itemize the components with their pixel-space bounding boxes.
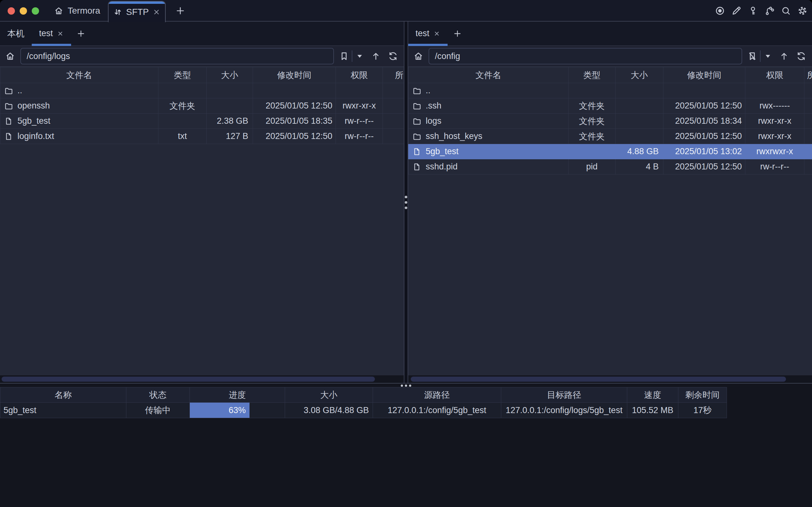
right-col-filename[interactable]: 文件名 [409, 67, 569, 83]
left-col-size[interactable]: 大小 [207, 67, 253, 83]
right-col-owner[interactable]: 所 [804, 67, 812, 83]
left-tab-test-close-icon[interactable] [57, 30, 64, 37]
file-name: 5gb_test [426, 147, 459, 156]
right-pane-tabs: test [408, 21, 812, 46]
transfer-col-source[interactable]: 源路径 [373, 387, 501, 403]
left-hscrollbar-track[interactable] [0, 375, 404, 383]
right-parent-dir-icon[interactable] [777, 49, 791, 63]
file-icon [4, 132, 13, 141]
table-row[interactable]: 5gb_test 2.38 GB 2025/01/05 18:35 rw-r--… [0, 114, 404, 129]
table-row[interactable]: .. [0, 83, 404, 98]
close-window-button[interactable] [8, 7, 15, 15]
right-bookmark-separator [760, 50, 761, 62]
left-bookmark-icon[interactable] [337, 49, 351, 63]
right-col-size[interactable]: 大小 [615, 67, 663, 83]
file-name: sshd.pid [426, 162, 458, 172]
file-name: 5gb_test [17, 116, 50, 126]
table-row[interactable]: .. [409, 83, 812, 98]
branch-icon[interactable] [764, 6, 774, 16]
left-path-actions [337, 49, 400, 63]
left-col-type[interactable]: 类型 [158, 67, 207, 83]
table-row[interactable]: sshd.pid pid 4 B 2025/01/05 12:50 rw-r--… [409, 159, 812, 174]
left-hscrollbar-thumb[interactable] [2, 377, 375, 382]
right-new-tab-button[interactable] [447, 21, 467, 45]
transfer-col-target[interactable]: 目标路径 [501, 387, 627, 403]
right-home-icon[interactable] [412, 49, 425, 63]
table-row[interactable]: loginfo.txt txt 127 B 2025/01/05 12:50 r… [0, 129, 404, 144]
right-tab-test-close-icon[interactable] [433, 30, 440, 37]
file-icon [4, 117, 13, 126]
transfer-source-path: 127.0.0.1:/config/5gb_test [373, 403, 501, 418]
transfer-col-name[interactable]: 名称 [0, 387, 126, 403]
left-tab-local-label: 本机 [7, 28, 24, 39]
key-icon[interactable] [748, 6, 758, 16]
left-tab-local[interactable]: 本机 [0, 21, 32, 45]
search-icon[interactable] [781, 6, 791, 16]
right-bookmark-slash-icon[interactable] [745, 49, 759, 63]
transfer-splitter-handle-icon[interactable] [401, 385, 412, 387]
app-window: Termora SFTP [0, 0, 812, 507]
right-tab-test[interactable]: test [408, 21, 447, 45]
edit-icon[interactable] [732, 6, 742, 16]
table-row-selected[interactable]: 5gb_test 4.88 GB 2025/01/05 13:02 rwxrwx… [409, 144, 812, 159]
table-row[interactable]: openssh 文件夹 2025/01/05 12:50 rwxr-xr-x [0, 98, 404, 114]
table-row[interactable]: ssh_host_keys 文件夹 2025/01/05 12:50 rwxr-… [409, 129, 812, 144]
left-home-icon[interactable] [3, 49, 17, 63]
right-col-modified[interactable]: 修改时间 [663, 67, 745, 83]
transfer-remaining-time: 17秒 [679, 403, 727, 418]
file-name: loginfo.txt [17, 131, 54, 141]
zoom-window-button[interactable] [32, 7, 39, 15]
right-header-row: 文件名 类型 大小 修改时间 权限 所 [409, 67, 812, 83]
left-tab-test[interactable]: test [32, 21, 71, 45]
left-tab-test-label: test [39, 29, 53, 38]
settings-icon[interactable] [797, 6, 808, 16]
transfer-panel: 名称 状态 进度 大小 源路径 目标路径 速度 剩余时间 5gb_test 传输… [0, 383, 812, 507]
new-window-tab-button[interactable] [171, 0, 189, 21]
progress-bar: 63% [190, 403, 285, 418]
transfer-col-remaining[interactable]: 剩余时间 [679, 387, 727, 403]
left-pane-tabs: 本机 test [0, 21, 404, 46]
right-bookmark-dropdown-icon[interactable] [762, 49, 774, 63]
transfer-col-progress[interactable]: 进度 [190, 387, 285, 403]
right-path-actions [745, 49, 808, 63]
tab-sftp[interactable]: SFTP [108, 1, 166, 22]
left-col-modified[interactable]: 修改时间 [253, 67, 336, 83]
folder-icon [412, 117, 421, 126]
folder-icon [4, 86, 13, 95]
left-new-tab-button[interactable] [71, 21, 91, 45]
left-bookmark-dropdown-icon[interactable] [354, 49, 366, 63]
right-hscrollbar-track[interactable] [408, 375, 812, 383]
transfer-col-status[interactable]: 状态 [126, 387, 190, 403]
right-refresh-icon[interactable] [794, 49, 808, 63]
left-parent-dir-icon[interactable] [369, 49, 383, 63]
minimize-window-button[interactable] [20, 7, 27, 15]
file-name: .. [426, 86, 430, 96]
file-name: ssh_host_keys [426, 131, 483, 141]
right-col-type[interactable]: 类型 [569, 67, 615, 83]
left-col-owner[interactable]: 所 [383, 67, 404, 83]
table-row[interactable]: logs 文件夹 2025/01/05 18:34 rwxr-xr-x [409, 114, 812, 129]
title-bar: Termora SFTP [0, 0, 812, 21]
file-name: logs [426, 116, 442, 126]
tab-termora[interactable]: Termora [54, 0, 100, 21]
transfer-col-size[interactable]: 大小 [285, 387, 373, 403]
left-refresh-icon[interactable] [386, 49, 400, 63]
transfer-arrows-icon [113, 7, 122, 17]
left-path-input[interactable] [20, 48, 334, 64]
right-hscrollbar-thumb[interactable] [411, 377, 786, 382]
left-header-row: 文件名 类型 大小 修改时间 权限 所 [0, 67, 404, 83]
left-col-permissions[interactable]: 权限 [336, 67, 383, 83]
pane-splitter[interactable] [404, 21, 408, 383]
transfer-row[interactable]: 5gb_test 传输中 63% 3.08 GB/4.88 GB 127.0.0… [0, 403, 727, 418]
folder-icon [412, 132, 421, 141]
right-path-input[interactable] [429, 48, 742, 64]
record-icon[interactable] [715, 6, 725, 16]
tab-sftp-close-icon[interactable] [152, 8, 161, 16]
folder-icon [412, 102, 421, 110]
transfer-col-speed[interactable]: 速度 [627, 387, 679, 403]
table-row[interactable]: .ssh 文件夹 2025/01/05 12:50 rwx------ [409, 98, 812, 114]
right-col-permissions[interactable]: 权限 [745, 67, 804, 83]
right-pane: test [408, 21, 812, 383]
left-col-filename[interactable]: 文件名 [0, 67, 158, 83]
transfer-progress-cell: 63% [190, 403, 285, 418]
